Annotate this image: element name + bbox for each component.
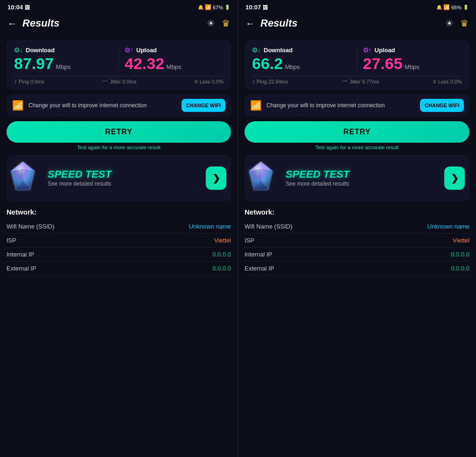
stats-row: ↕ Ping 22.94ms 〰 Jitter 9.77ms ≡ Loss 0.… — [252, 76, 462, 85]
banner-arrow-button[interactable]: ❯ — [444, 166, 465, 190]
network-key-2: Internal IP — [245, 251, 272, 258]
header-left: ← Results — [7, 17, 59, 29]
back-button[interactable]: ← — [245, 18, 255, 29]
download-icon: ⊙↓ — [14, 46, 23, 54]
upload-unit: Mbps — [167, 63, 182, 70]
network-key-3: External IP — [7, 265, 36, 272]
header-icons: ☀ ♛ — [445, 18, 469, 29]
brightness-icon[interactable]: ☀ — [445, 18, 454, 29]
download-label: ⊙↓ Download — [14, 46, 113, 54]
network-row-2: Internal IP 0.0.0.0 — [245, 248, 469, 262]
download-unit: Mbps — [285, 63, 300, 70]
battery-icon: 🔋 — [224, 5, 230, 10]
battery-percent: 66% — [451, 5, 462, 10]
network-val-1: Viettel — [453, 237, 469, 244]
upload-block: ⊙↑ Upload 27.65 Mbps — [363, 46, 462, 71]
ping-icon: ↕ — [14, 78, 17, 85]
divider — [119, 47, 119, 70]
network-title: Network: — [7, 208, 231, 216]
battery-icon: 🔋 — [463, 5, 469, 10]
speed-row: ⊙↓ Download 87.97 Mbps ⊙↑ Upload — [14, 46, 224, 71]
upload-block: ⊙↑ Upload 42.32 Mbps — [125, 46, 224, 71]
jitter-value: Jitter 0.0ms — [110, 79, 136, 84]
speed-test-banner[interactable]: SPEED TEST See more detailed results ❯ — [245, 155, 469, 201]
speed-card: ⊙↓ Download 87.97 Mbps ⊙↑ Upload — [7, 40, 231, 90]
download-number: 66.2 — [252, 55, 283, 72]
network-val-0: Unknown name — [427, 223, 469, 230]
upload-icon: ⊙↑ — [125, 46, 133, 54]
network-row-1: ISP Viettel — [7, 234, 231, 248]
banner-text: SPEED TEST See more detailed results — [48, 169, 202, 187]
upload-value: 42.32 Mbps — [125, 55, 224, 71]
banner-subtitle: See more detailed results — [48, 180, 202, 187]
diamond-image — [7, 159, 44, 197]
ping-icon: ↕ — [252, 78, 255, 85]
phone-panel-2: 10:07 🖼 🔔 📶 66% 🔋 ← Results ☀ ♛ — [238, 0, 476, 457]
upload-icon: ⊙↑ — [363, 46, 372, 54]
divider — [357, 47, 357, 70]
signal-icon: 📶 — [443, 4, 450, 10]
network-key-1: ISP — [7, 237, 16, 244]
network-row-0: Wifi Name (SSID) Unknown name — [7, 220, 231, 234]
download-label: ⊙↓ Download — [252, 46, 351, 54]
ping-value: Ping 22.94ms — [257, 79, 288, 84]
speed-row: ⊙↓ Download 66.2 Mbps ⊙↑ Upload — [252, 46, 462, 71]
upload-label-text: Upload — [136, 47, 157, 54]
diamond-image — [245, 159, 282, 197]
alarm-icon: 🔔 — [436, 5, 442, 10]
chevron-right-icon: ❯ — [451, 173, 459, 184]
banner-subtitle: See more detailed results — [286, 180, 441, 187]
network-key-1: ISP — [245, 237, 254, 244]
back-button[interactable]: ← — [7, 18, 17, 29]
network-key-2: Internal IP — [7, 251, 34, 258]
loss-stat: ≡ Loss 0.0% — [195, 78, 224, 85]
download-label-text: Download — [264, 47, 293, 54]
upload-label: ⊙↑ Upload — [125, 46, 224, 54]
header-icons: ☀ ♛ — [207, 18, 230, 29]
network-row-3: External IP 0.0.0.0 — [7, 262, 231, 276]
loss-value: Loss 0.0% — [438, 79, 462, 84]
retry-button[interactable]: RETRY — [7, 121, 231, 143]
network-key-3: External IP — [245, 265, 274, 272]
main-content: ⊙↓ Download 66.2 Mbps ⊙↑ Upload — [238, 35, 476, 457]
network-row-0: Wifi Name (SSID) Unknown name — [245, 220, 469, 234]
status-bar: 10:04 🖼 🔔 📶 67% 🔋 — [0, 0, 238, 13]
banner-title: SPEED TEST — [286, 169, 441, 180]
wifi-icon: 📶 — [250, 100, 262, 111]
loss-value: Loss 0.0% — [200, 79, 224, 84]
network-row-2: Internal IP 0.0.0.0 — [7, 248, 231, 262]
speed-card: ⊙↓ Download 66.2 Mbps ⊙↑ Upload — [245, 40, 469, 90]
upload-number: 42.32 — [125, 55, 164, 72]
banner-title: SPEED TEST — [48, 169, 202, 180]
download-icon: ⊙↓ — [252, 46, 261, 54]
upload-number: 27.65 — [363, 55, 403, 72]
wifi-suggestion: 📶 Change your wifi to improve internet c… — [245, 94, 469, 117]
crown-icon[interactable]: ♛ — [222, 18, 230, 29]
download-block: ⊙↓ Download 66.2 Mbps — [252, 46, 351, 71]
jitter-value: Jitter 9.77ms — [350, 79, 379, 84]
network-row-1: ISP Viettel — [245, 234, 469, 248]
upload-unit: Mbps — [405, 63, 420, 70]
network-key-0: Wifi Name (SSID) — [7, 223, 55, 230]
alarm-icon: 🔔 — [198, 5, 203, 10]
crown-icon[interactable]: ♛ — [460, 18, 469, 29]
brightness-icon[interactable]: ☀ — [207, 18, 215, 29]
app-header: ← Results ☀ ♛ — [0, 13, 238, 35]
stats-row: ↕ Ping 0.0ms 〰 Jitter 0.0ms ≡ Loss 0.0% — [14, 76, 224, 85]
network-val-1: Viettel — [214, 237, 231, 244]
ping-value: Ping 0.0ms — [19, 79, 44, 84]
app-header: ← Results ☀ ♛ — [238, 13, 476, 35]
loss-icon: ≡ — [195, 78, 198, 85]
wifi-icon: 📶 — [12, 100, 24, 111]
network-val-3: 0.0.0.0 — [212, 265, 231, 272]
upload-value: 27.65 Mbps — [363, 55, 462, 71]
change-wifi-button[interactable]: CHANGE WIFI — [182, 99, 225, 112]
retry-button[interactable]: RETRY — [245, 121, 469, 143]
status-icons: 🔔 📶 67% 🔋 — [198, 4, 230, 10]
speed-test-banner[interactable]: SPEED TEST See more detailed results ❯ — [7, 155, 231, 201]
jitter-stat: 〰 Jitter 0.0ms — [102, 78, 136, 85]
network-val-0: Unknown name — [189, 223, 231, 230]
download-value: 66.2 Mbps — [252, 55, 351, 71]
change-wifi-button[interactable]: CHANGE WIFI — [420, 99, 464, 112]
banner-arrow-button[interactable]: ❯ — [206, 166, 226, 190]
